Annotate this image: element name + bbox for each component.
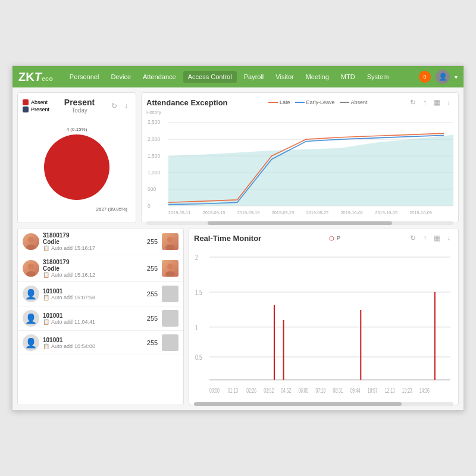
activity-item: 31800179 Codie 📋 Auto add 15:16:12 255 (18, 255, 183, 282)
exception-scrollbar-thumb[interactable] (208, 221, 392, 225)
download-icon[interactable]: ↓ (121, 101, 131, 111)
user-avatar[interactable]: 👤 (436, 70, 450, 84)
nav-personnel[interactable]: Personnel (65, 71, 104, 83)
svg-text:2019-10-09: 2019-10-09 (409, 210, 432, 215)
present-label-text: Present (31, 107, 49, 112)
svg-text:1,500: 1,500 (148, 153, 160, 159)
absent-legend: Absent (340, 99, 368, 105)
activity-item: 👤 101001 📋 Auto add 15:07:58 255 (18, 282, 183, 306)
monitor-download-icon[interactable]: ↓ (444, 233, 453, 243)
svg-text:14:36: 14:36 (419, 387, 430, 394)
exception-title: Attendance Exception (146, 98, 228, 107)
action-time: 15:07:58 (74, 295, 95, 300)
activity-info: 101001 📋 Auto add 15:07:58 (43, 288, 143, 300)
svg-text:03:52: 03:52 (264, 387, 274, 394)
exc-upload-icon[interactable]: ↑ (420, 98, 430, 107)
activity-id: 101001 (43, 312, 143, 319)
svg-text:02:26: 02:26 (246, 387, 256, 394)
monitor-scrollbar-thumb[interactable] (194, 402, 402, 406)
activity-avatar (23, 260, 39, 277)
svg-point-27 (165, 271, 175, 277)
monitor-upload-icon[interactable]: ↑ (420, 233, 430, 243)
svg-text:09:44: 09:44 (350, 387, 361, 394)
svg-text:08:31: 08:31 (333, 387, 343, 394)
refresh-icon[interactable]: ↻ (109, 101, 119, 111)
brand-zk: ZK (18, 70, 35, 84)
activity-info: 31800179 Codie 📋 Auto add 15:16:17 (43, 232, 143, 251)
nav-access-control[interactable]: Access Control (183, 71, 237, 83)
action-text: Auto add (51, 272, 73, 278)
svg-text:2: 2 (195, 253, 198, 261)
brand-logo: ZKTeco (18, 70, 53, 84)
exc-grid-icon[interactable]: ▦ (432, 98, 441, 107)
activity-info: 101001 📋 Auto add 11:04:41 (43, 312, 143, 325)
present-panel: Absent Present Present Today (17, 92, 136, 223)
monitor-panel-icons: ↻ ↑ ▦ ↓ (408, 233, 453, 243)
exc-download-icon[interactable]: ↓ (444, 98, 453, 107)
monitor-grid-icon[interactable]: ▦ (432, 233, 441, 243)
activity-id: 31800179 (43, 259, 143, 265)
absent-legend-label: Absent (351, 99, 368, 105)
notification-bell[interactable]: 0 (419, 71, 431, 83)
activity-num: 255 (146, 265, 158, 272)
monitor-title: Real-Time Monitor (194, 234, 261, 243)
nav-device[interactable]: Device (106, 71, 136, 83)
monitor-chart-svg: 2 1.5 1 0.5 (194, 245, 453, 400)
activity-num: 255 (146, 238, 158, 245)
present-legend: Absent Present (23, 99, 49, 112)
nav-attendance[interactable]: Attendance (138, 71, 181, 83)
present-dot (23, 107, 29, 112)
nav-payroll[interactable]: Payroll (239, 71, 269, 83)
nav-mtd[interactable]: MTD (336, 71, 360, 83)
monitor-refresh-icon[interactable]: ↻ (408, 233, 418, 243)
user-dropdown-arrow[interactable]: ▾ (455, 74, 458, 80)
exception-chart-svg: 2,500 2,000 1,500 1,000 500 0 (146, 116, 453, 219)
late-line (268, 102, 278, 103)
nav-meeting[interactable]: Meeting (301, 71, 334, 83)
early-leave-label: Early-Leave (306, 99, 335, 105)
nav-system[interactable]: System (362, 71, 394, 83)
activity-action: 📋 Auto add 10:54:00 (43, 343, 143, 349)
activity-thumb (162, 286, 178, 302)
pie-chart (35, 126, 118, 209)
activity-action: 📋 Auto add 15:16:12 (43, 272, 143, 278)
present-panel-icons: ↻ ↓ (109, 101, 131, 111)
activity-num: 255 (146, 315, 158, 322)
svg-point-21 (26, 245, 36, 250)
svg-text:12:10: 12:10 (385, 387, 395, 394)
svg-text:2,500: 2,500 (148, 119, 160, 125)
action-icon: 📋 (43, 245, 49, 251)
nav-visitor[interactable]: Visitor (271, 71, 298, 83)
person-icon: 👤 (25, 313, 37, 324)
top-row: Absent Present Present Today (17, 92, 459, 223)
svg-text:2019-09-23: 2019-09-23 (272, 210, 295, 215)
legend-absent: Absent (23, 99, 49, 105)
early-leave-legend: Early-Leave (295, 99, 335, 105)
bottom-row: 31800179 Codie 📋 Auto add 15:16:17 255 (17, 228, 459, 405)
exception-chart-area: 2,500 2,000 1,500 1,000 500 0 (146, 116, 453, 219)
action-icon: 📋 (43, 343, 49, 349)
exc-refresh-icon[interactable]: ↻ (408, 98, 418, 107)
svg-text:0.5: 0.5 (195, 353, 202, 361)
svg-text:10:57: 10:57 (368, 387, 378, 394)
svg-text:00:00: 00:00 (209, 387, 220, 394)
main-content: Absent Present Present Today (12, 87, 464, 410)
nav-right-section: 0 👤 ▾ (419, 70, 458, 84)
navbar: ZKTeco Personnel Device Attendance Acces… (12, 66, 464, 87)
activity-id: 101001 (43, 288, 143, 295)
svg-point-20 (28, 237, 34, 243)
activity-num: 255 (146, 290, 158, 298)
nav-menu: Personnel Device Attendance Access Contr… (65, 71, 419, 83)
activity-action: 📋 Auto add 15:07:58 (43, 295, 143, 300)
svg-point-25 (26, 271, 36, 277)
pie-chart-container: 4 (0.15%) 2627 (99.85%) (23, 116, 131, 218)
action-icon: 📋 (43, 272, 49, 278)
exception-panel-icons: ↻ ↑ ▦ ↓ (408, 98, 453, 107)
svg-text:1.5: 1.5 (195, 288, 202, 296)
late-label: Late (280, 99, 290, 105)
exception-scrollbar-track (146, 221, 453, 225)
early-leave-line (295, 102, 305, 103)
action-time: 11:04:41 (74, 319, 95, 325)
svg-point-24 (28, 264, 34, 270)
action-icon: 📋 (43, 295, 49, 300)
